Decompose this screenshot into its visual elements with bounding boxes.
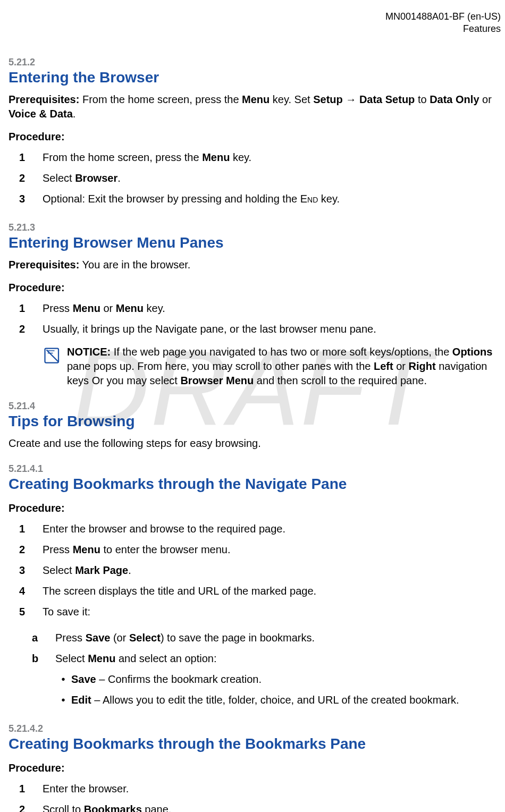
list-item: 1 Enter the browser and browse to the re… — [9, 519, 501, 539]
list-item: 1 From the home screen, press the Menu k… — [9, 147, 501, 168]
list-item: 4 The screen displays the title and URL … — [9, 581, 501, 602]
section-title: Entering the Browser — [9, 69, 501, 86]
procedure-label: Procedure: — [9, 502, 501, 514]
section-number: 5.21.4 — [9, 401, 501, 412]
page-header: MN001488A01-BF (en-US) Features — [9, 11, 501, 36]
sub-list: a Press Save (or Select) to save the pag… — [9, 628, 501, 669]
list-item: 2 Scroll to Bookmarks pane. — [9, 799, 501, 812]
procedure-list: 1 Press Menu or Menu key. 2 Usually, it … — [9, 298, 501, 340]
bullet-icon: • — [9, 672, 71, 687]
document-page: DRAFT MN001488A01-BF (en-US) Features 5.… — [0, 0, 505, 812]
section-number: 5.21.4.1 — [9, 463, 501, 475]
list-item: 1 Press Menu or Menu key. — [9, 298, 501, 319]
section-number: 5.21.2 — [9, 57, 501, 68]
doc-section: Features — [9, 23, 501, 35]
list-item: 5 To save it: — [9, 602, 501, 622]
list-item: 2 Select Browser. — [9, 168, 501, 189]
procedure-label: Procedure: — [9, 131, 501, 143]
list-item: 1 Enter the browser. — [9, 779, 501, 799]
list-item: • Edit – Allows you to edit the title, f… — [9, 690, 501, 710]
notice-text: NOTICE: If the web page you navigated to… — [67, 345, 501, 388]
prerequisites-text: Prerequisites: You are in the browser. — [9, 258, 501, 272]
procedure-label: Procedure: — [9, 762, 501, 774]
notice-icon — [43, 345, 67, 388]
procedure-list: 1 Enter the browser. 2 Scroll to Bookmar… — [9, 779, 501, 812]
procedure-label: Procedure: — [9, 282, 501, 294]
list-item: • Save – Confirms the bookmark creation. — [9, 669, 501, 690]
list-item: 3 Select Mark Page. — [9, 560, 501, 581]
prerequisites-text: Prerequisites: From the home screen, pre… — [9, 92, 501, 121]
body-text: Create and use the following steps for e… — [9, 436, 501, 451]
list-item: 2 Press Menu to enter the browser menu. — [9, 539, 501, 560]
prereq-label: Prerequisites: — [9, 259, 79, 270]
doc-id: MN001488A01-BF (en-US) — [9, 11, 501, 23]
procedure-list: 1 From the home screen, press the Menu k… — [9, 147, 501, 209]
section-title: Creating Bookmarks through the Bookmarks… — [9, 735, 501, 752]
list-item: 3 Optional: Exit the browser by pressing… — [9, 189, 501, 209]
list-item: 2 Usually, it brings up the Navigate pan… — [9, 319, 501, 340]
list-item: a Press Save (or Select) to save the pag… — [9, 628, 501, 648]
section-title: Tips for Browsing — [9, 413, 501, 430]
notice-box: NOTICE: If the web page you navigated to… — [43, 345, 501, 388]
list-item: b Select Menu and select an option: — [9, 648, 501, 669]
content: 5.21.2 Entering the Browser Prerequisite… — [9, 57, 501, 812]
bullet-icon: • — [9, 692, 71, 708]
section-number: 5.21.3 — [9, 222, 501, 233]
bullet-list: • Save – Confirms the bookmark creation.… — [9, 669, 501, 710]
prereq-label: Prerequisites: — [9, 94, 79, 105]
section-title: Entering Browser Menu Panes — [9, 234, 501, 251]
procedure-list: 1 Enter the browser and browse to the re… — [9, 519, 501, 622]
section-number: 5.21.4.2 — [9, 723, 501, 734]
section-title: Creating Bookmarks through the Navigate … — [9, 476, 501, 493]
